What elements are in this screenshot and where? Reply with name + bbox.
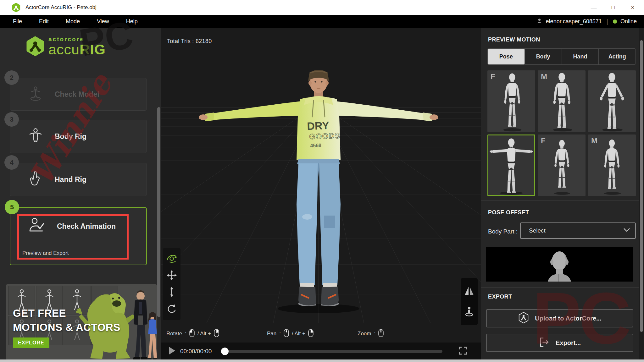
zoom-hint-label: Zoom [358,331,371,337]
play-button[interactable] [168,346,176,356]
close-button[interactable]: × [623,0,642,15]
export-title: EXPORT [488,293,512,300]
user-icon [536,18,542,25]
mirror-icon[interactable] [464,286,475,297]
vertical-move-tool-icon[interactable] [166,287,177,299]
reset-view-tool-icon[interactable] [166,303,177,315]
hand-rig-icon [28,171,43,188]
right-panel: PREVIEW MOTION Pose Body Hand Acting F M [481,28,644,362]
step-check-model[interactable]: 2 Check Model [10,78,147,111]
online-status-icon [613,19,617,24]
character-model[interactable]: DRY GOODS 4568 [199,69,438,321]
pan-tool-icon[interactable] [166,270,177,282]
svg-text:DRY: DRY [307,119,330,132]
menu-mode[interactable]: Mode [66,18,80,25]
accurig-logo-icon [26,36,44,58]
tab-acting[interactable]: Acting [599,49,636,64]
step-3-label: Body Rig [55,132,86,141]
body-part-select[interactable]: Select [520,222,636,239]
check-model-icon [28,86,43,102]
app-logo-icon [11,3,21,14]
mouse-middle-icon [284,329,289,339]
alt-modifier: / Alt + [292,331,305,337]
maximize-button[interactable]: □ [603,0,623,15]
timeline-thumb[interactable] [221,348,229,355]
mouse-wheel-icon [378,329,384,339]
username[interactable]: elenor.casper_608571 [546,18,602,25]
body-rig-icon [28,128,43,145]
chevron-down-icon [623,228,630,233]
pose-thumbnail-m1[interactable]: M [538,70,586,132]
step-check-animation[interactable]: 5 Check Animation Preview and Export [10,207,147,265]
pose-thumbnail-f1[interactable]: F [487,70,535,132]
viewport-toolbar [163,248,180,320]
sidebar: actorcore accuRIG 2 Check Model [0,28,161,362]
upload-to-actorcore-button[interactable]: Upload to ActorCore... [486,309,633,327]
pose-thumbnail-f2[interactable]: F [538,134,586,196]
colon: : [374,331,375,337]
step-body-rig[interactable]: 3 Body Rig [10,120,147,153]
upload-button-label: Upload to ActorCore... [535,315,601,322]
mannequin-figure [488,135,534,195]
menu-view[interactable]: View [97,18,109,25]
export-button[interactable]: Export... [486,334,633,352]
body-part-value: Select [529,227,546,234]
colon: : [279,331,281,337]
fullscreen-icon[interactable] [458,346,467,356]
pose-offset-title: POSE OFFSET [488,209,529,216]
promo-banner[interactable]: GET FREE MOTIONS & ACTORS EXPLORE [6,284,157,360]
step-2-label: Check Model [55,90,99,99]
product-name: accuRIG [48,43,106,57]
mannequin-figure [588,134,636,196]
step-hand-rig[interactable]: 4 Hand Rig [10,163,147,196]
ground-snap-icon[interactable] [464,305,475,318]
pan-hint-label: Pan [267,331,276,337]
tab-pose[interactable]: Pose [488,49,525,64]
panel-scrollbar[interactable] [640,40,643,332]
check-animation-icon [29,217,45,235]
accurig-logo: actorcore accuRIG [26,36,106,58]
menu-separator: | [605,18,609,25]
offset-preview-box[interactable] [486,247,633,282]
step-4-badge: 4 [4,155,19,170]
export-arrow-icon [539,337,550,349]
mouse-right-icon [308,329,314,339]
preview-motion-title: PREVIEW MOTION [488,36,540,43]
rotate-hint-label: Rotate [166,331,182,337]
step-3-badge: 3 [4,112,19,127]
pose-thumbnail-apose[interactable] [588,70,636,132]
mannequin-figure [538,70,586,132]
step-2-badge: 2 [4,70,19,85]
sidebar-scrollbar[interactable] [157,107,160,317]
menu-file[interactable]: File [13,18,22,25]
step-5-badge: 5 [5,200,19,214]
step-5-label: Check Animation [57,222,116,231]
promo-headline: GET FREE MOTIONS & ACTORS [13,306,120,334]
explore-button[interactable]: EXPLORE [13,337,49,348]
mannequin-figure [538,134,586,196]
minimize-button[interactable]: — [584,0,603,15]
pose-thumbnail-m2[interactable]: M [588,134,636,196]
viewport-3d[interactable]: Total Tris : 62180 [161,28,481,362]
tab-hand[interactable]: Hand [562,49,599,64]
colon: : [185,331,186,337]
body-part-label: Body Part : [488,228,518,235]
step-4-label: Hand Rig [55,175,86,184]
timeline-slider[interactable] [222,350,442,353]
playback-bar: 00:00/00:00 [161,343,481,360]
svg-text:4568: 4568 [310,143,321,148]
mannequin-figure [588,70,636,132]
pose-thumbnail-tpose-selected[interactable] [487,134,535,196]
total-tris-label: Total Tris : 62180 [167,38,212,45]
svg-text:GOODS: GOODS [309,131,341,141]
mouse-right-icon [214,329,219,339]
pose-grid: F M F [487,70,636,196]
window-bottom-edge [0,359,644,362]
menu-help[interactable]: Help [126,18,138,25]
mannequin-figure [487,70,535,132]
tab-body[interactable]: Body [525,49,562,64]
window-title: ActorCore AccuRIG - Pete.obj [25,4,97,11]
menu-edit[interactable]: Edit [39,18,49,25]
motion-tabs: Pose Body Hand Acting [487,48,636,65]
orbit-tool-icon[interactable] [166,253,177,265]
